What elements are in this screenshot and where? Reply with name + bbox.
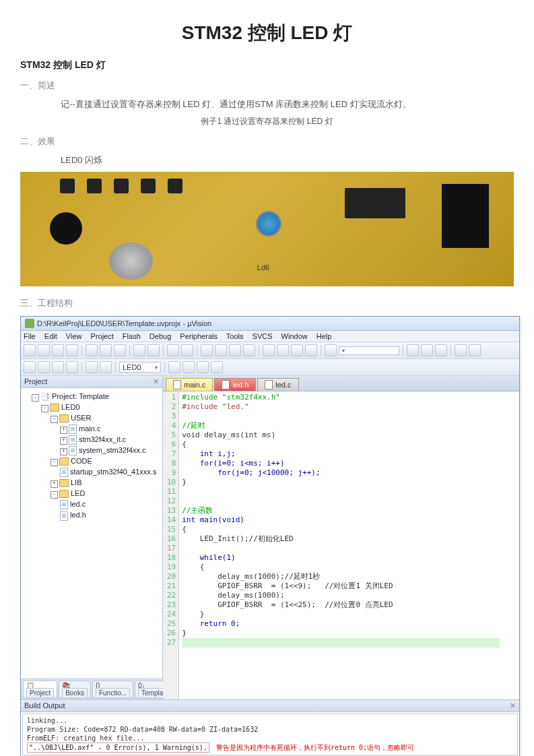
tree-file: +system_stm32f4xx.c [60,445,161,455]
nav-back-icon[interactable] [167,344,179,356]
app-icon [25,319,34,328]
build-output-title: Build Output ✕ [21,700,519,712]
editor-tabs[interactable]: main.c led.h led.c [163,376,519,391]
find-combo[interactable] [339,346,399,355]
build-icon[interactable] [24,361,36,373]
menu-tools[interactable]: Tools [226,332,244,340]
window-title: D:\R\KeilProj\LED0\USER\Template.uvprojx… [37,319,211,327]
tab-main-c[interactable]: main.c [166,378,213,391]
bookmark-icon[interactable] [201,344,213,356]
tab-led-c[interactable]: led.c [257,378,298,391]
breakpoint-icon[interactable] [421,344,433,356]
effect-note: LED0 闪烁 [61,154,514,166]
uncomment-icon[interactable] [305,344,317,356]
desc-1: 记--直接通过设置寄存器来控制 LED 灯、通过使用STM 库函数来控制 LED… [61,98,514,111]
cut-icon[interactable] [86,344,98,356]
menu-window[interactable]: Window [281,332,308,340]
build-summary: "..\OBJ\LED.axf" - 0 Error(s), 1 Warning… [27,743,209,753]
file-icon [173,380,181,389]
file-icon [265,380,273,389]
close-icon[interactable]: ✕ [510,701,516,710]
menu-peripherals[interactable]: Peripherals [180,332,218,340]
bookmark-next-icon[interactable] [229,344,241,356]
build-target-icon[interactable] [52,361,64,373]
tree-file: led.h [60,509,161,520]
tree-group-led: -LED led.c led.h [51,488,161,520]
file-icon [222,380,230,389]
tree-file: led.c [60,499,161,509]
indent-icon[interactable] [263,344,275,356]
outdent-icon[interactable] [277,344,289,356]
code-area[interactable]: #include "stm32f4xx.h"#include "led." //… [179,391,519,699]
example-1: 例子1 通过设置寄存器来控制 LED 灯 [20,116,514,127]
options-icon[interactable] [168,361,180,373]
tree-file: +stm32f4xx_it.c [60,434,161,445]
menu-file[interactable]: File [24,332,36,340]
config-icon[interactable] [435,344,447,356]
menu-flash[interactable]: Flash [123,332,141,340]
rebuild-icon[interactable] [38,361,50,373]
code-editor[interactable]: 1234567891011121314151617181920212223242… [163,391,519,699]
section-3: 三、工程结构 [20,297,514,309]
board-photo [20,172,514,286]
build-output-pane: Build Output ✕ linking... Program Size: … [21,699,519,755]
line-gutter: 1234567891011121314151617181920212223242… [163,391,179,699]
tab-project[interactable]: 📋 Project [23,681,57,698]
comment-icon[interactable] [291,344,303,356]
build-warning-note: 警告是因为程序中有死循环，执行不到return 0;语句，忽略即可 [216,744,414,751]
bookmark-clear-icon[interactable] [243,344,255,356]
menu-svcs[interactable]: SVCS [253,332,273,340]
bookmark-prev-icon[interactable] [215,344,227,356]
saveall-icon[interactable] [66,344,78,356]
books-icon[interactable] [197,361,209,373]
stop-build-icon[interactable] [86,361,98,373]
close-icon[interactable]: ✕ [153,377,159,386]
manage-icon[interactable] [182,361,195,373]
menu-view[interactable]: View [66,332,82,340]
menubar[interactable]: File Edit View Project Flash Debug Perip… [21,331,519,342]
tab-books[interactable]: 📚 Books [59,681,91,698]
menu-debug[interactable]: Debug [149,332,171,340]
subtitle: STM32 控制 LED 灯 [20,59,514,71]
menu-edit[interactable]: Edit [44,332,57,340]
download-icon[interactable] [100,361,112,373]
tree-group-lib: +LIB [51,477,161,488]
debug-icon[interactable] [407,344,419,356]
batch-build-icon[interactable] [66,361,78,373]
ide-titlebar: D:\R\KeilProj\LED0\USER\Template.uvprojx… [21,317,519,331]
menu-help[interactable]: Help [316,332,332,340]
page-title: STM32 控制 LED 灯 [20,20,514,46]
project-pane: Project ✕ -📑 Project: Template -LED0 -US… [21,376,163,699]
ide-window: D:\R\KeilProj\LED0\USER\Template.uvprojx… [20,316,520,756]
paste-icon[interactable] [114,344,126,356]
tab-led-h[interactable]: led.h [214,378,256,391]
nav-fwd-icon[interactable] [181,344,193,356]
project-pane-title: Project ✕ [21,376,162,388]
tool-b-icon[interactable] [469,344,481,356]
tree-group-code: -CODE startup_stm32f40_41xxx.s [51,455,161,477]
project-tree[interactable]: -📑 Project: Template -LED0 -USER +main.c… [21,388,162,679]
tab-functions[interactable]: {} Functio... [92,681,133,698]
tree-group-user: -USER +main.c +stm32f4xx_it.c +system_st… [51,412,161,455]
menu-project[interactable]: Project [91,332,114,340]
toolbar-1 [21,342,519,359]
target-combo[interactable]: LED0 [119,362,161,373]
section-2: 二、效果 [20,135,514,148]
build-output-body[interactable]: linking... Program Size: Code=872 RO-dat… [22,714,518,755]
copy-icon[interactable] [100,344,112,356]
section-1: 一、简述 [20,80,514,92]
undo-icon[interactable] [133,344,145,356]
redo-icon[interactable] [147,344,160,356]
open-icon[interactable] [38,344,50,356]
tool-a-icon[interactable] [455,344,467,356]
find-icon[interactable] [325,344,337,356]
toolbar-2: LED0 [21,359,519,376]
project-bottom-tabs[interactable]: 📋 Project 📚 Books {} Functio... 0↓ Templ… [21,679,162,699]
packs-icon[interactable] [211,361,223,373]
save-icon[interactable] [52,344,64,356]
tree-file: +main.c [60,423,161,434]
tree-file: startup_stm32f40_41xxx.s [60,466,161,477]
new-icon[interactable] [24,344,36,356]
